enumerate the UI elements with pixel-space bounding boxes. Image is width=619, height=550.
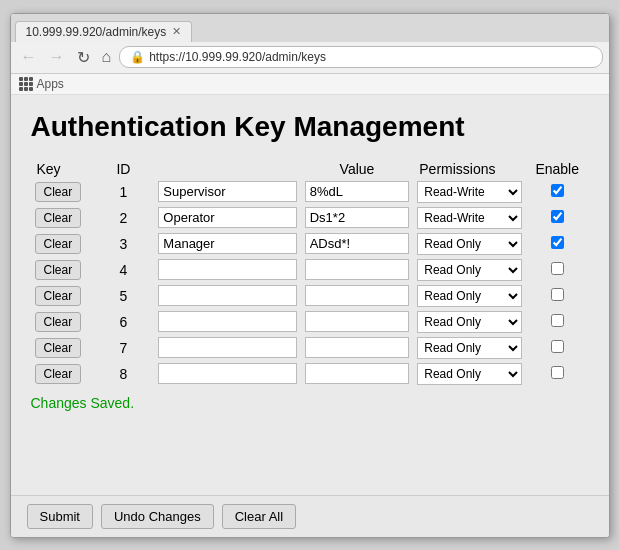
clear-button-1[interactable]: Clear [35,182,82,202]
name-input-2[interactable] [158,207,296,228]
name-input-5[interactable] [158,285,296,306]
tab-bar: 10.999.99.920/admin/keys ✕ [11,14,609,42]
permission-select-7[interactable]: Read-WriteRead Only [417,337,522,359]
value-input-8[interactable] [305,363,410,384]
table-row: Clear3Read-WriteRead Only [31,231,589,257]
apps-icon [19,77,33,91]
permission-select-8[interactable]: Read-WriteRead Only [417,363,522,385]
value-input-4[interactable] [305,259,410,280]
browser-window: 10.999.99.920/admin/keys ✕ ← → ↻ ⌂ 🔒 htt… [10,13,610,538]
clear-button-5[interactable]: Clear [35,286,82,306]
enable-checkbox-7[interactable] [551,340,564,353]
key-number-7: 7 [92,335,154,361]
table-row: Clear5Read-WriteRead Only [31,283,589,309]
name-input-8[interactable] [158,363,296,384]
table-row: Clear1Read-WriteRead Only [31,179,589,205]
value-input-1[interactable] [305,181,410,202]
permission-select-1[interactable]: Read-WriteRead Only [417,181,522,203]
enable-checkbox-8[interactable] [551,366,564,379]
header-key: Key [31,159,93,179]
home-button[interactable]: ⌂ [98,46,116,68]
reload-button[interactable]: ↻ [73,46,94,69]
table-row: Clear6Read-WriteRead Only [31,309,589,335]
clear-button-2[interactable]: Clear [35,208,82,228]
key-number-3: 3 [92,231,154,257]
forward-button[interactable]: → [45,46,69,68]
header-enable: Enable [526,159,589,179]
value-input-2[interactable] [305,207,410,228]
enable-checkbox-1[interactable] [551,184,564,197]
key-number-2: 2 [92,205,154,231]
key-number-5: 5 [92,283,154,309]
permission-select-3[interactable]: Read-WriteRead Only [417,233,522,255]
name-input-7[interactable] [158,337,296,358]
permission-select-6[interactable]: Read-WriteRead Only [417,311,522,333]
keys-table: Key ID Value Permissions Enable Clear1Re… [31,159,589,387]
value-input-5[interactable] [305,285,410,306]
table-row: Clear8Read-WriteRead Only [31,361,589,387]
page-content: Authentication Key Management Key ID Val… [11,95,609,495]
tab-title: 10.999.99.920/admin/keys [26,25,167,39]
address-bar[interactable]: 🔒 https://10.999.99.920/admin/keys [119,46,602,68]
value-input-6[interactable] [305,311,410,332]
enable-checkbox-3[interactable] [551,236,564,249]
name-input-4[interactable] [158,259,296,280]
clear-button-8[interactable]: Clear [35,364,82,384]
bookmarks-label: Apps [37,77,64,91]
key-number-8: 8 [92,361,154,387]
submit-button[interactable]: Submit [27,504,93,529]
clear-all-button[interactable]: Clear All [222,504,296,529]
name-input-6[interactable] [158,311,296,332]
key-number-4: 4 [92,257,154,283]
clear-button-6[interactable]: Clear [35,312,82,332]
tab-close-icon[interactable]: ✕ [172,25,181,38]
table-row: Clear2Read-WriteRead Only [31,205,589,231]
name-input-3[interactable] [158,233,296,254]
enable-checkbox-4[interactable] [551,262,564,275]
table-row: Clear4Read-WriteRead Only [31,257,589,283]
bookmarks-bar: Apps [11,74,609,95]
clear-button-4[interactable]: Clear [35,260,82,280]
browser-tab[interactable]: 10.999.99.920/admin/keys ✕ [15,21,193,42]
value-input-3[interactable] [305,233,410,254]
back-button[interactable]: ← [17,46,41,68]
footer-bar: Submit Undo Changes Clear All [11,495,609,537]
permission-select-4[interactable]: Read-WriteRead Only [417,259,522,281]
undo-button[interactable]: Undo Changes [101,504,214,529]
saved-message: Changes Saved. [31,395,589,411]
key-number-6: 6 [92,309,154,335]
page-title: Authentication Key Management [31,111,589,143]
key-number-1: 1 [92,179,154,205]
enable-checkbox-2[interactable] [551,210,564,223]
header-value: Value [301,159,414,179]
clear-button-3[interactable]: Clear [35,234,82,254]
permission-select-5[interactable]: Read-WriteRead Only [417,285,522,307]
table-row: Clear7Read-WriteRead Only [31,335,589,361]
header-value-name [154,159,300,179]
url-text: https://10.999.99.920/admin/keys [149,50,326,64]
clear-button-7[interactable]: Clear [35,338,82,358]
header-id: ID [92,159,154,179]
header-permissions: Permissions [413,159,526,179]
enable-checkbox-5[interactable] [551,288,564,301]
nav-bar: ← → ↻ ⌂ 🔒 https://10.999.99.920/admin/ke… [11,42,609,74]
lock-icon: 🔒 [130,50,145,64]
name-input-1[interactable] [158,181,296,202]
enable-checkbox-6[interactable] [551,314,564,327]
value-input-7[interactable] [305,337,410,358]
permission-select-2[interactable]: Read-WriteRead Only [417,207,522,229]
